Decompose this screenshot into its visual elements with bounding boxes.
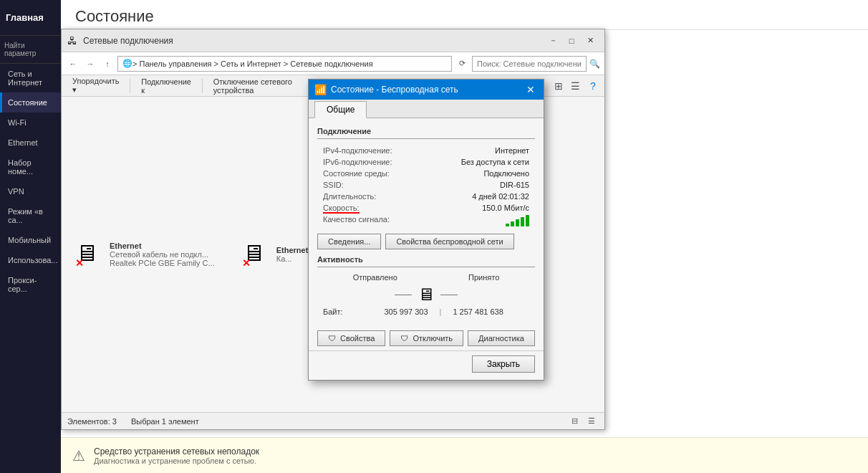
sidebar-item-usage[interactable]: Использова... <box>0 250 61 270</box>
view-list-sm-button[interactable]: ☰ <box>584 414 599 429</box>
sidebar-item-airplane[interactable]: Режим «в са... <box>0 201 61 230</box>
close-main-button[interactable]: Закрыть <box>472 355 535 373</box>
sidebar-search-area: Найти параметр <box>0 36 61 64</box>
ethernet-item[interactable]: 🖥 ✕ Ethernet Сетевой кабель не подкл... … <box>69 104 221 405</box>
toolbar-separator <box>130 79 130 93</box>
maximize-button[interactable]: □ <box>563 34 580 48</box>
net-statusbar: Элементов: 3 Выбран 1 элемент ⊟ ☰ <box>62 412 604 429</box>
ipv6-label: IPv6-подключение: <box>323 158 392 166</box>
net-window-titlebar: 🖧 Сетевые подключения － □ ✕ <box>62 29 604 52</box>
wireless-props-button[interactable]: Свойства беспроводной сети <box>385 234 513 249</box>
signal-row: Качество сигнала: <box>317 214 535 228</box>
sidebar-item-proxy[interactable]: Прокси-сер... <box>0 270 61 299</box>
ethernet-info: Ethernet Сетевой кабель не подкл... Real… <box>110 242 215 267</box>
diagnose-button[interactable]: Диагностика <box>468 330 535 346</box>
signal-label: Качество сигнала: <box>323 215 390 226</box>
connection-title: Подключение <box>317 127 535 135</box>
network-activity-icon: 🖥 <box>418 285 435 305</box>
sidebar-item-label: Прокси-сер... <box>8 276 37 293</box>
duration-label: Длительность: <box>323 192 376 201</box>
duration-row: Длительность: 4 дней 02:01:32 <box>317 191 535 202</box>
sidebar-item-label: Набор номе... <box>8 158 33 176</box>
toolbar-connect[interactable]: Подключение к <box>135 75 198 97</box>
bottom-bar: ⚠ Средство устранения сетевых неполадок … <box>61 437 868 473</box>
ssid-value: DIR-615 <box>500 181 529 189</box>
ipv4-label: IPv4-подключение: <box>323 146 392 155</box>
action-buttons: 🛡 Свойства 🛡 Отключить Диагностика <box>309 325 544 350</box>
recv-label: Принято <box>468 273 499 282</box>
ethernet-status: Сетевой кабель не подкл... <box>110 250 215 259</box>
dialog-tabs: Общие <box>309 100 544 118</box>
sidebar-item-status[interactable]: Состояние <box>0 92 61 113</box>
activity-divider <box>317 267 535 267</box>
signal-bar-4 <box>521 217 524 226</box>
error-badge2: ✕ <box>242 257 251 269</box>
forward-button[interactable]: → <box>83 57 97 71</box>
sidebar-item-mobile[interactable]: Мобильный <box>0 230 61 250</box>
ethernet-driver: Realtek PCIe GBE Family C... <box>110 259 215 267</box>
close-button[interactable]: ✕ <box>582 34 599 48</box>
dialog-titlebar: 📶 Состояние - Беспроводная сеть ✕ <box>309 80 544 100</box>
disconnect-button[interactable]: 🛡 Отключить <box>390 330 463 346</box>
address-path[interactable]: 🌐 > Панель управления > Сеть и Интернет … <box>117 56 452 72</box>
error-badge: ✕ <box>75 257 84 269</box>
ipv6-row: IPv6-подключение: Без доступа к сети <box>317 156 535 168</box>
address-path-text: > Панель управления > Сеть и Интернет > … <box>132 59 373 68</box>
section-divider <box>317 138 535 139</box>
net-window-title: Сетевые подключения <box>83 36 544 46</box>
toolbar-organize[interactable]: Упорядочить ▾ <box>66 75 125 97</box>
sidebar-item-label: Использова... <box>8 256 57 264</box>
ipv6-value: Без доступа к сети <box>461 158 529 166</box>
sent-bytes: 305 997 303 <box>352 307 428 316</box>
sidebar-item-label: Режим «в са... <box>8 207 43 224</box>
back-button[interactable]: ← <box>66 57 80 71</box>
view-details-button[interactable]: ☰ <box>569 79 583 93</box>
sent-arrow: —— <box>395 290 412 300</box>
dialog-icon: 📶 <box>314 84 327 95</box>
sidebar-home-header: Главная <box>0 0 61 36</box>
refresh-button[interactable]: ⟳ <box>455 57 469 71</box>
bottom-bar-subtitle: Диагностика и устранение проблем с сетью… <box>94 457 259 465</box>
details-button[interactable]: Сведения... <box>317 234 381 249</box>
path-icon[interactable]: 🌐 <box>122 59 132 68</box>
tab-general[interactable]: Общие <box>314 101 367 118</box>
sidebar-item-network[interactable]: Сеть и Интернет <box>0 64 61 92</box>
window-controls: － □ ✕ <box>544 34 599 48</box>
minimize-button[interactable]: － <box>544 34 561 48</box>
sidebar-item-dial[interactable]: Набор номе... <box>0 153 61 181</box>
dialog-close-button[interactable]: ✕ <box>524 82 538 97</box>
help-button[interactable]: ? <box>586 79 600 93</box>
ethernet-icon-container: 🖥 ✕ <box>75 240 104 269</box>
selected-count: Выбран 1 элемент <box>131 417 199 426</box>
dialog-body: Подключение IPv4-подключение: Интернет I… <box>309 118 544 325</box>
sidebar-item-label: Сеть и Интернет <box>8 70 42 87</box>
view-list-button[interactable]: ⊞ <box>551 79 566 93</box>
connection-section: Подключение IPv4-подключение: Интернет I… <box>317 127 535 228</box>
sidebar-item-label: VPN <box>8 187 24 196</box>
sidebar: Главная Найти параметр Сеть и Интернет С… <box>0 0 61 473</box>
signal-bar-3 <box>516 219 519 226</box>
activity-header: Отправлено Принято <box>317 273 535 282</box>
up-button[interactable]: ↑ <box>100 57 115 71</box>
toolbar-disconnect[interactable]: Отключение сетевого устройства <box>207 75 312 97</box>
network-window-icon: 🖧 <box>67 35 79 47</box>
speed-row: Скорость: 150.0 Мбит/с <box>317 202 535 214</box>
page-title: Состояние <box>61 0 868 30</box>
sidebar-item-ethernet[interactable]: Ethernet <box>0 133 61 153</box>
speed-value: 150.0 Мбит/с <box>482 204 529 212</box>
warning-icon: ⚠ <box>72 447 85 464</box>
search-input[interactable] <box>472 56 587 72</box>
media-state-label: Состояние среды: <box>323 169 390 178</box>
bytes-label: Байт: <box>323 307 352 316</box>
sidebar-item-wifi[interactable]: Wi-Fi <box>0 113 61 133</box>
status-dialog: 📶 Состояние - Беспроводная сеть ✕ Общие … <box>308 79 544 381</box>
properties-icon: 🛡 <box>328 334 336 343</box>
connection-buttons: Сведения... Свойства беспроводной сети <box>317 228 535 249</box>
view-icon-button[interactable]: ⊟ <box>567 414 582 429</box>
sidebar-item-label: Мобильный <box>8 236 51 244</box>
sidebar-item-label: Wi-Fi <box>8 118 26 127</box>
ssid-label: SSID: <box>323 181 344 189</box>
properties-button[interactable]: 🛡 Свойства <box>317 330 385 346</box>
sent-label: Отправлено <box>353 273 397 282</box>
sidebar-item-vpn[interactable]: VPN <box>0 181 61 201</box>
